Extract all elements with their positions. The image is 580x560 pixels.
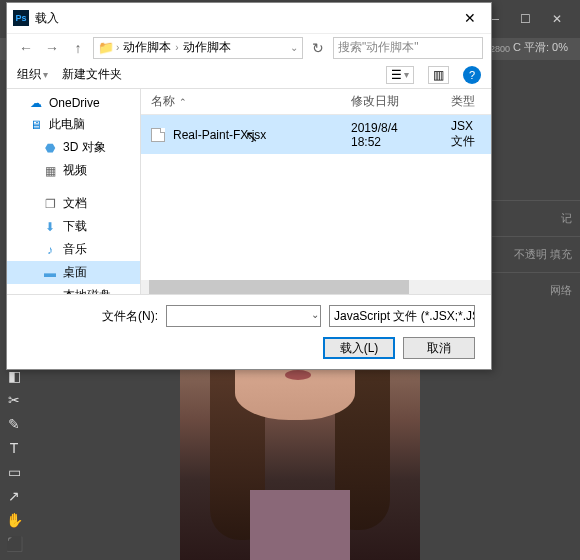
rectangle-tool-icon[interactable]: ▭ [0,460,28,484]
sort-caret-icon: ⌃ [179,97,187,107]
sidebar-item-文档[interactable]: ❐文档 [7,192,140,215]
panel-tab[interactable]: 记 [480,200,580,236]
sidebar-item-label: 本地磁盘 (C:) [63,287,134,294]
sidebar-item-下载[interactable]: ⬇下载 [7,215,140,238]
sidebar-item-label: 桌面 [63,264,87,281]
dialog-close-button[interactable]: ✕ [455,3,485,33]
nav-refresh-button[interactable]: ↻ [307,37,329,59]
sidebar-item-音乐[interactable]: ♪音乐 [7,238,140,261]
view-mode-button[interactable]: ☰ ▾ [386,66,414,84]
preview-pane-button[interactable]: ▥ [428,66,449,84]
search-input[interactable]: 搜索"动作脚本" [333,37,483,59]
sidebar-icon: 🖥 [29,118,43,132]
col-name-label: 名称 [151,93,175,110]
dialog-nav-bar: ← → ↑ 📁 › 动作脚本 › 动作脚本 ⌄ ↻ 搜索"动作脚本" [7,33,491,61]
cancel-button[interactable]: 取消 [403,337,475,359]
preview-icon: ▥ [433,68,444,82]
panel-opacity: 不透明 填充 [480,236,580,272]
sidebar-icon: ⬣ [43,141,57,155]
column-date-header[interactable]: 修改日期 [341,93,441,110]
list-view-icon: ☰ [391,68,402,82]
color-swatch-icon[interactable]: ⬛ [0,532,28,556]
line-tool-icon[interactable]: ↗ [0,484,28,508]
organize-label: 组织 [17,66,41,83]
sidebar-icon: ☁ [29,96,43,110]
sidebar-item-label: 3D 对象 [63,139,106,156]
ps-side-panel: 记 不透明 填充 网络 [480,200,580,400]
breadcrumb[interactable]: 📁 › 动作脚本 › 动作脚本 ⌄ [93,37,303,59]
open-button[interactable]: 载入(L) [323,337,395,359]
ps-options-bar: C 平滑: 0% [513,40,568,55]
sidebar-icon: ▦ [43,164,57,178]
sidebar-item-label: 视频 [63,162,87,179]
sidebar-icon: ♪ [43,243,57,257]
horizontal-scrollbar[interactable] [141,280,491,294]
chevron-down-icon[interactable]: ⌄ [290,42,298,53]
file-row[interactable]: Real-Paint-FX.jsx2019/8/4 18:52JSX 文件 [141,115,491,154]
sidebar-item-视频[interactable]: ▦视频 [7,159,140,182]
nav-back-button[interactable]: ← [15,37,37,59]
dialog-footer: 文件名(N): ⌄ JavaScript 文件 (*.JSX;*.JS;*.JS… [7,294,491,369]
ps-maximize-button[interactable]: ☐ [510,7,540,31]
breadcrumb-segment[interactable]: 动作脚本 [121,39,173,56]
lasso-tool-icon[interactable]: ✂ [0,388,28,412]
search-placeholder: 搜索"动作脚本" [338,39,419,56]
filter-label: JavaScript 文件 (*.JSX;*.JS;*.JSXBIN) [334,308,475,325]
sidebar-icon: ⬇ [43,220,57,234]
sidebar-item-OneDrive[interactable]: ☁OneDrive [7,93,140,113]
portrait-shirt [250,490,350,560]
panel-net: 网络 [480,272,580,308]
nav-forward-button[interactable]: → [41,37,63,59]
column-headers: 名称 ⌃ 修改日期 类型 [141,89,491,115]
file-open-dialog: Ps 载入 ✕ ← → ↑ 📁 › 动作脚本 › 动作脚本 ⌄ ↻ 搜索"动作脚… [6,2,492,370]
sidebar-item-label: 文档 [63,195,87,212]
file-type: JSX 文件 [441,119,491,150]
navigation-sidebar: ☁OneDrive🖥此电脑⬣3D 对象▦视频❐文档⬇下载♪音乐▬桌面⛁本地磁盘 … [7,89,141,294]
type-tool-icon[interactable]: T [0,436,28,460]
new-folder-button[interactable]: 新建文件夹 [62,66,122,83]
column-name-header[interactable]: 名称 ⌃ [141,93,341,110]
chevron-right-icon: › [175,42,178,53]
pen-tool-icon[interactable]: ✎ [0,412,28,436]
scrollbar-thumb[interactable] [149,280,409,294]
ps-tool-palette: ◧ ✂ ✎ T ▭ ↗ ✋ ⬛ [0,360,28,560]
chevron-down-icon[interactable]: ⌄ [311,309,319,320]
photoshop-icon: Ps [13,10,29,26]
file-type-filter[interactable]: JavaScript 文件 (*.JSX;*.JS;*.JSXBIN) ⌄ [329,305,475,327]
sidebar-item-3D 对象[interactable]: ⬣3D 对象 [7,136,140,159]
ps-canvas-image [180,360,420,560]
dialog-toolbar: 组织 ▾ 新建文件夹 ☰ ▾ ▥ ? [7,61,491,89]
sidebar-item-label: OneDrive [49,96,100,110]
sidebar-item-此电脑[interactable]: 🖥此电脑 [7,113,140,136]
sidebar-icon: ❐ [43,197,57,211]
filename-label: 文件名(N): [102,308,158,325]
sidebar-item-本地磁盘 (C:)[interactable]: ⛁本地磁盘 (C:) [7,284,140,294]
nav-up-button[interactable]: ↑ [67,37,89,59]
breadcrumb-segment[interactable]: 动作脚本 [181,39,233,56]
column-type-header[interactable]: 类型 [441,93,491,110]
dialog-titlebar[interactable]: Ps 载入 ✕ [7,3,491,33]
file-date: 2019/8/4 18:52 [341,121,441,149]
chevron-right-icon: › [116,42,119,53]
help-button[interactable]: ? [463,66,481,84]
organize-button[interactable]: 组织 ▾ [17,66,48,83]
sidebar-item-label: 下载 [63,218,87,235]
sidebar-item-label: 此电脑 [49,116,85,133]
ruler-mark: 2800 [490,44,510,54]
dialog-title: 载入 [35,10,455,27]
file-icon [151,128,165,142]
sidebar-item-label: 音乐 [63,241,87,258]
hand-tool-icon[interactable]: ✋ [0,508,28,532]
sidebar-item-桌面[interactable]: ▬桌面 [7,261,140,284]
chevron-down-icon: ▾ [404,69,409,80]
portrait-lips [285,370,311,380]
file-list-area: 名称 ⌃ 修改日期 类型 Real-Paint-FX.jsx2019/8/4 1… [141,89,491,294]
folder-icon: 📁 [98,40,114,55]
chevron-down-icon: ▾ [43,69,48,80]
file-name: Real-Paint-FX.jsx [173,128,266,142]
filename-input[interactable] [166,305,321,327]
ps-close-button[interactable]: ✕ [542,7,572,31]
sidebar-icon: ▬ [43,266,57,280]
